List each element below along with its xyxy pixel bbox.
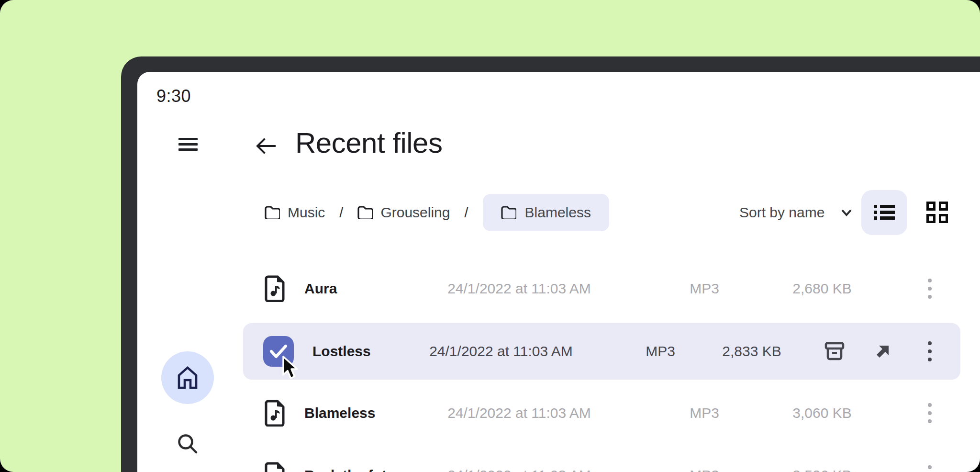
archive-icon — [823, 339, 846, 363]
open-in-new-button[interactable] — [871, 323, 895, 380]
home-icon — [176, 366, 199, 390]
sort-label: Sort by name — [739, 204, 824, 221]
check-icon — [269, 343, 288, 360]
folder-icon — [501, 206, 516, 219]
grid-view-icon — [926, 202, 948, 224]
breadcrumb-label: Grouseling — [380, 204, 450, 221]
tablet-frame: 9:30 Recent files Music / — [121, 56, 980, 472]
file-name: Blameless — [304, 382, 375, 444]
breadcrumb-label: Music — [288, 204, 325, 221]
back-button[interactable] — [255, 135, 278, 157]
app-screen: 9:30 Recent files Music / — [137, 72, 980, 472]
sort-dropdown[interactable]: Sort by name — [739, 194, 854, 231]
nav-home-button-active[interactable] — [161, 351, 214, 404]
file-name: Aura — [304, 258, 337, 320]
row-checkbox-checked[interactable] — [263, 336, 294, 367]
folder-icon — [265, 206, 280, 219]
audio-file-icon — [263, 382, 287, 444]
file-modified: 24/1/2022 at 11:03 AM — [415, 323, 587, 380]
arrow-outward-icon — [873, 342, 892, 361]
file-size: 3,060 KB — [774, 382, 870, 444]
audio-file-icon — [263, 258, 287, 320]
file-row[interactable]: Blameless 24/1/2022 at 11:03 AM MP3 3,06… — [243, 382, 960, 444]
file-size: 2,833 KB — [704, 323, 800, 380]
breadcrumb: Music / Grouseling / Blameless — [265, 194, 609, 231]
breadcrumb-separator: / — [464, 205, 468, 221]
file-row-partial[interactable]: Back the future 24/1/2022 at 11:03 AM MP… — [243, 444, 960, 472]
file-modified: 24/1/2022 at 11:03 AM — [433, 444, 605, 472]
breadcrumb-item-grouseling[interactable]: Grouseling — [357, 204, 450, 221]
more-vert-icon — [928, 403, 932, 423]
status-bar-time: 9:30 — [156, 86, 191, 106]
file-name: Lostless — [312, 323, 371, 380]
file-row-selected[interactable]: Lostless 24/1/2022 at 11:03 AM MP3 2,833… — [243, 323, 960, 380]
file-type: MP3 — [680, 258, 728, 320]
list-view-icon — [874, 205, 895, 220]
file-type: MP3 — [636, 323, 684, 380]
audio-file-icon — [263, 444, 287, 472]
archive-button[interactable] — [820, 323, 849, 380]
marketing-canvas: 9:30 Recent files Music / — [0, 0, 980, 472]
file-row[interactable]: Aura 24/1/2022 at 11:03 AM MP3 2,680 KB — [243, 258, 960, 320]
breadcrumb-item-music[interactable]: Music — [265, 204, 325, 221]
row-more-button[interactable] — [920, 323, 939, 380]
breadcrumb-label: Blameless — [525, 204, 591, 221]
breadcrumb-separator: / — [339, 205, 343, 221]
folder-icon — [357, 206, 373, 219]
file-modified: 24/1/2022 at 11:03 AM — [433, 258, 605, 320]
row-more-button[interactable] — [920, 258, 939, 320]
search-icon — [176, 432, 200, 456]
row-more-button[interactable] — [920, 444, 939, 472]
more-vert-icon — [928, 465, 932, 472]
list-view-button[interactable] — [861, 190, 907, 235]
breadcrumb-item-blameless-active[interactable]: Blameless — [483, 194, 609, 231]
hamburger-menu-icon[interactable] — [178, 137, 199, 153]
file-type: MP3 — [680, 444, 728, 472]
more-vert-icon — [928, 341, 932, 361]
file-type: MP3 — [680, 382, 728, 444]
row-more-button[interactable] — [920, 382, 939, 444]
file-modified: 24/1/2022 at 11:03 AM — [433, 382, 605, 444]
back-arrow-icon — [255, 135, 278, 157]
page-title: Recent files — [295, 126, 442, 159]
chevron-down-icon — [839, 205, 854, 220]
grid-view-button[interactable] — [914, 190, 960, 235]
file-name: Back the future — [304, 444, 409, 472]
nav-search-button[interactable] — [175, 431, 200, 457]
more-vert-icon — [928, 279, 932, 299]
file-size: 3,526 KB — [774, 444, 870, 472]
file-size: 2,680 KB — [774, 258, 870, 320]
